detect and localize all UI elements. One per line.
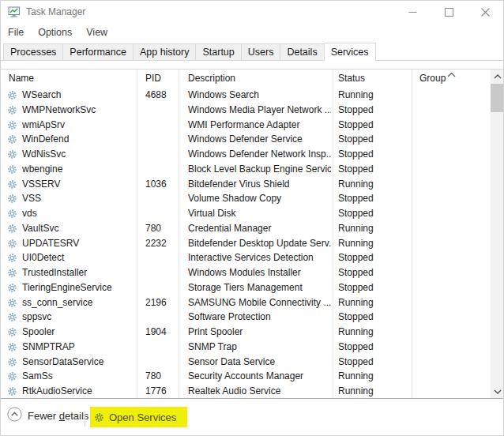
service-name: TrustedInstaller — [22, 265, 134, 280]
service-description: Virtual Disk — [188, 206, 331, 221]
service-description: Credential Manager — [188, 221, 331, 236]
service-row[interactable]: SNMPTRAPSNMP TrapStopped — [1, 340, 491, 355]
menu-options[interactable]: Options — [33, 25, 77, 39]
service-row[interactable]: sppsvcSoftware ProtectionStopped — [1, 310, 491, 325]
service-name: SNMPTRAP — [22, 340, 134, 355]
service-row[interactable]: Spooler1904Print SpoolerRunning — [1, 325, 491, 340]
service-status: Running — [338, 236, 409, 251]
service-name: TieringEngineService — [22, 280, 134, 295]
scroll-down-icon[interactable] — [491, 385, 504, 398]
service-row[interactable]: wbengineBlock Level Backup Engine Servic… — [1, 162, 491, 177]
service-status: Stopped — [338, 147, 409, 162]
service-row[interactable]: TieringEngineServiceStorage Tiers Manage… — [1, 280, 491, 295]
service-group — [419, 162, 487, 177]
service-gear-icon — [7, 325, 20, 340]
tab-processes[interactable]: Processes — [3, 43, 63, 60]
service-description: SNMP Trap — [188, 340, 331, 355]
window-controls — [394, 1, 503, 23]
service-row[interactable]: TrustedInstallerWindows Modules Installe… — [1, 265, 491, 280]
service-row[interactable]: UI0DetectInteractive Services DetectionS… — [1, 250, 491, 265]
service-description: Storage Tiers Management — [188, 280, 331, 295]
task-manager-window: Task Manager File Options View Processes… — [0, 0, 504, 436]
service-status: Stopped — [338, 265, 409, 280]
service-group — [419, 369, 487, 384]
service-gear-icon — [7, 369, 20, 384]
service-row[interactable]: SamSs780Security Accounts ManagerRunning — [1, 369, 491, 384]
tab-users[interactable]: Users — [241, 43, 281, 60]
service-row[interactable]: WinDefendWindows Defender ServiceStopped — [1, 132, 491, 147]
service-pid: 1904 — [145, 325, 177, 340]
service-description: Bitdefender Virus Shield — [188, 177, 331, 192]
service-group — [419, 236, 487, 251]
footer-bar: Fewer details Open Services — [1, 398, 503, 436]
scrollbar-thumb[interactable] — [491, 84, 504, 112]
service-row[interactable]: WdNisSvcWindows Defender Network Insp...… — [1, 147, 491, 162]
tab-strip: Processes Performance App history Startu… — [1, 43, 503, 61]
column-header-description[interactable]: Description — [188, 70, 235, 88]
tab-startup[interactable]: Startup — [195, 43, 241, 60]
sort-ascending-icon — [446, 67, 457, 81]
table-header-row: Name PID Description Status Group — [1, 70, 503, 88]
service-name: wbengine — [22, 162, 134, 177]
service-description: Windows Media Player Network ... — [188, 103, 331, 118]
service-pid — [145, 250, 177, 265]
service-pid — [145, 340, 177, 355]
menu-file[interactable]: File — [3, 25, 28, 39]
tab-services[interactable]: Services — [324, 43, 376, 61]
service-status: Running — [338, 177, 409, 192]
service-name: WdNisSvc — [22, 147, 134, 162]
service-row[interactable]: RtkAudioService1776Realtek Audio Service… — [1, 384, 491, 397]
service-name: WMPNetworkSvc — [22, 103, 134, 118]
service-row[interactable]: WSearch4688Windows SearchRunning — [1, 88, 491, 103]
scroll-up-icon[interactable] — [491, 70, 504, 83]
service-row[interactable]: UPDATESRV2232Bitdefender Desktop Update … — [1, 236, 491, 251]
close-button[interactable] — [467, 1, 503, 23]
service-gear-icon — [7, 221, 20, 236]
fewer-details-button[interactable]: Fewer details — [7, 407, 88, 424]
service-row[interactable]: vdsVirtual DiskStopped — [1, 206, 491, 221]
service-name: UPDATESRV — [22, 236, 134, 251]
tab-details[interactable]: Details — [280, 43, 324, 60]
open-services-button[interactable]: Open Services — [90, 407, 187, 427]
service-row[interactable]: VaultSvc780Credential ManagerRunning — [1, 221, 491, 236]
vertical-scrollbar[interactable] — [491, 70, 504, 398]
service-gear-icon — [7, 265, 20, 280]
service-status: Stopped — [338, 280, 409, 295]
service-group — [419, 103, 487, 118]
service-description: WMI Performance Adapter — [188, 118, 331, 133]
column-header-status[interactable]: Status — [338, 70, 365, 88]
maximize-button[interactable] — [431, 1, 467, 23]
service-pid — [145, 310, 177, 325]
minimize-button[interactable] — [394, 1, 431, 23]
service-list: WSearch4688Windows SearchRunningWMPNetwo… — [1, 88, 491, 397]
service-row[interactable]: ss_conn_service2196SAMSUNG Mobile Connec… — [1, 295, 491, 310]
window-title: Task Manager — [26, 6, 85, 17]
service-row[interactable]: VSSERV1036Bitdefender Virus ShieldRunnin… — [1, 177, 491, 192]
service-pid: 2196 — [145, 295, 177, 310]
service-status: Stopped — [338, 162, 409, 177]
service-description: Software Protection — [188, 310, 331, 325]
service-status: Stopped — [338, 355, 409, 370]
service-pid: 780 — [145, 221, 177, 236]
service-group — [419, 295, 487, 310]
tab-app-history[interactable]: App history — [133, 43, 197, 60]
service-group — [419, 384, 487, 397]
tab-performance[interactable]: Performance — [62, 43, 134, 60]
service-row[interactable]: SensorDataServiceSensor Data ServiceStop… — [1, 355, 491, 370]
service-status: Stopped — [338, 191, 409, 206]
service-name: wmiApSrv — [22, 118, 134, 133]
service-gear-icon — [7, 355, 20, 370]
column-header-name[interactable]: Name — [9, 70, 34, 88]
service-row[interactable]: wmiApSrvWMI Performance AdapterStopped — [1, 118, 491, 133]
column-header-pid[interactable]: PID — [145, 70, 161, 88]
service-description: Windows Modules Installer — [188, 265, 331, 280]
service-row[interactable]: WMPNetworkSvcWindows Media Player Networ… — [1, 103, 491, 118]
service-row[interactable]: VSSVolume Shadow CopyStopped — [1, 191, 491, 206]
service-name: UI0Detect — [22, 250, 134, 265]
service-name: ss_conn_service — [22, 295, 134, 310]
service-group — [419, 310, 487, 325]
service-gear-icon — [7, 103, 20, 118]
service-group — [419, 221, 487, 236]
menu-view[interactable]: View — [81, 25, 112, 39]
column-header-group[interactable]: Group — [419, 70, 446, 88]
